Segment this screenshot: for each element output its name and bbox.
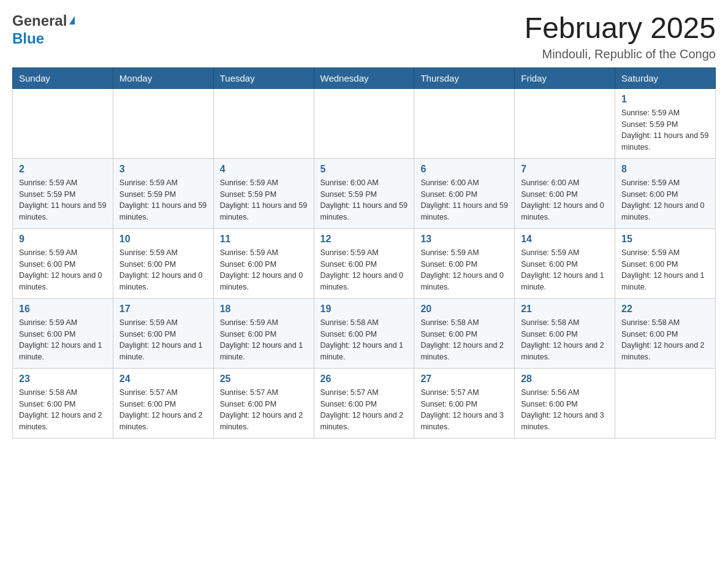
- calendar-day-header: Friday: [515, 67, 615, 88]
- day-number: 5: [320, 164, 408, 175]
- calendar-cell: 13Sunrise: 5:59 AMSunset: 6:00 PMDayligh…: [414, 228, 515, 298]
- calendar-day-header: Thursday: [414, 67, 515, 88]
- day-number: 4: [220, 164, 308, 175]
- calendar-cell: 20Sunrise: 5:58 AMSunset: 6:00 PMDayligh…: [414, 298, 515, 368]
- month-title: February 2025: [525, 12, 716, 45]
- day-info: Sunrise: 5:59 AMSunset: 5:59 PMDaylight:…: [119, 177, 207, 223]
- calendar-week-row: 23Sunrise: 5:58 AMSunset: 6:00 PMDayligh…: [13, 368, 716, 438]
- day-info: Sunrise: 5:59 AMSunset: 6:00 PMDaylight:…: [220, 317, 308, 363]
- day-number: 6: [420, 164, 508, 175]
- day-number: 12: [320, 234, 408, 245]
- calendar-cell: 5Sunrise: 6:00 AMSunset: 5:59 PMDaylight…: [314, 158, 414, 228]
- day-info: Sunrise: 5:59 AMSunset: 6:00 PMDaylight:…: [521, 247, 609, 293]
- calendar-cell: [13, 88, 113, 158]
- day-number: 28: [521, 373, 609, 385]
- page-header: General Blue February 2025 Mindouli, Rep…: [12, 12, 716, 61]
- logo-blue-text: Blue: [12, 30, 44, 47]
- calendar-cell: [113, 88, 213, 158]
- calendar-cell: [615, 368, 716, 438]
- calendar-cell: 22Sunrise: 5:58 AMSunset: 6:00 PMDayligh…: [615, 298, 716, 368]
- day-info: Sunrise: 5:59 AMSunset: 6:00 PMDaylight:…: [320, 247, 408, 293]
- day-number: 22: [621, 304, 709, 315]
- calendar-cell: [414, 88, 515, 158]
- calendar-cell: 21Sunrise: 5:58 AMSunset: 6:00 PMDayligh…: [515, 298, 615, 368]
- calendar-cell: [515, 88, 615, 158]
- day-info: Sunrise: 5:58 AMSunset: 6:00 PMDaylight:…: [621, 317, 709, 363]
- day-info: Sunrise: 5:59 AMSunset: 6:00 PMDaylight:…: [420, 247, 508, 293]
- day-info: Sunrise: 5:58 AMSunset: 6:00 PMDaylight:…: [521, 317, 609, 363]
- day-number: 23: [19, 373, 107, 385]
- day-info: Sunrise: 5:59 AMSunset: 6:00 PMDaylight:…: [119, 247, 207, 293]
- day-number: 1: [621, 94, 709, 105]
- day-number: 19: [320, 304, 408, 315]
- calendar-day-header: Sunday: [13, 67, 113, 88]
- calendar-cell: 28Sunrise: 5:56 AMSunset: 6:00 PMDayligh…: [515, 368, 615, 438]
- day-number: 13: [420, 234, 508, 245]
- day-number: 14: [521, 234, 609, 245]
- day-number: 26: [320, 373, 408, 385]
- calendar-cell: 9Sunrise: 5:59 AMSunset: 6:00 PMDaylight…: [13, 228, 113, 298]
- day-number: 3: [119, 164, 207, 175]
- day-number: 18: [220, 304, 308, 315]
- day-number: 2: [19, 164, 107, 175]
- day-number: 7: [521, 164, 609, 175]
- calendar-cell: 6Sunrise: 6:00 AMSunset: 6:00 PMDaylight…: [414, 158, 515, 228]
- day-number: 17: [119, 304, 207, 315]
- logo: General Blue: [12, 12, 75, 48]
- day-number: 21: [521, 304, 609, 315]
- calendar-cell: 14Sunrise: 5:59 AMSunset: 6:00 PMDayligh…: [515, 228, 615, 298]
- day-info: Sunrise: 5:59 AMSunset: 6:00 PMDaylight:…: [220, 247, 308, 293]
- calendar-cell: 3Sunrise: 5:59 AMSunset: 5:59 PMDaylight…: [113, 158, 213, 228]
- calendar-cell: 7Sunrise: 6:00 AMSunset: 6:00 PMDaylight…: [515, 158, 615, 228]
- day-number: 16: [19, 304, 107, 315]
- day-info: Sunrise: 5:58 AMSunset: 6:00 PMDaylight:…: [320, 317, 408, 363]
- day-number: 11: [220, 234, 308, 245]
- calendar-cell: 19Sunrise: 5:58 AMSunset: 6:00 PMDayligh…: [314, 298, 414, 368]
- calendar-cell: 25Sunrise: 5:57 AMSunset: 6:00 PMDayligh…: [213, 368, 314, 438]
- day-info: Sunrise: 5:59 AMSunset: 5:59 PMDaylight:…: [621, 107, 709, 153]
- day-info: Sunrise: 5:57 AMSunset: 6:00 PMDaylight:…: [119, 387, 207, 433]
- calendar-day-header: Wednesday: [314, 67, 414, 88]
- calendar-cell: 10Sunrise: 5:59 AMSunset: 6:00 PMDayligh…: [113, 228, 213, 298]
- calendar-header-row: SundayMondayTuesdayWednesdayThursdayFrid…: [13, 67, 716, 88]
- calendar-day-header: Monday: [113, 67, 213, 88]
- calendar-day-header: Saturday: [615, 67, 716, 88]
- calendar-week-row: 9Sunrise: 5:59 AMSunset: 6:00 PMDaylight…: [13, 228, 716, 298]
- calendar-cell: [213, 88, 314, 158]
- day-info: Sunrise: 5:59 AMSunset: 6:00 PMDaylight:…: [19, 317, 107, 363]
- calendar-cell: 1Sunrise: 5:59 AMSunset: 5:59 PMDaylight…: [615, 88, 716, 158]
- day-info: Sunrise: 5:57 AMSunset: 6:00 PMDaylight:…: [220, 387, 308, 433]
- day-info: Sunrise: 5:58 AMSunset: 6:00 PMDaylight:…: [19, 387, 107, 433]
- day-info: Sunrise: 6:00 AMSunset: 5:59 PMDaylight:…: [320, 177, 408, 223]
- logo-general-text: General: [12, 12, 67, 30]
- calendar-cell: 27Sunrise: 5:57 AMSunset: 6:00 PMDayligh…: [414, 368, 515, 438]
- day-number: 8: [621, 164, 709, 175]
- day-info: Sunrise: 5:59 AMSunset: 6:00 PMDaylight:…: [621, 247, 709, 293]
- day-info: Sunrise: 5:59 AMSunset: 5:59 PMDaylight:…: [220, 177, 308, 223]
- day-info: Sunrise: 6:00 AMSunset: 6:00 PMDaylight:…: [521, 177, 609, 223]
- calendar-cell: 15Sunrise: 5:59 AMSunset: 6:00 PMDayligh…: [615, 228, 716, 298]
- day-info: Sunrise: 5:56 AMSunset: 6:00 PMDaylight:…: [521, 387, 609, 433]
- calendar-cell: [314, 88, 414, 158]
- calendar-cell: 26Sunrise: 5:57 AMSunset: 6:00 PMDayligh…: [314, 368, 414, 438]
- calendar-week-row: 2Sunrise: 5:59 AMSunset: 5:59 PMDaylight…: [13, 158, 716, 228]
- day-number: 15: [621, 234, 709, 245]
- day-info: Sunrise: 5:58 AMSunset: 6:00 PMDaylight:…: [420, 317, 508, 363]
- day-info: Sunrise: 5:59 AMSunset: 6:00 PMDaylight:…: [621, 177, 709, 223]
- title-block: February 2025 Mindouli, Republic of the …: [525, 12, 716, 61]
- calendar-cell: 2Sunrise: 5:59 AMSunset: 5:59 PMDaylight…: [13, 158, 113, 228]
- calendar-cell: 11Sunrise: 5:59 AMSunset: 6:00 PMDayligh…: [213, 228, 314, 298]
- calendar-week-row: 1Sunrise: 5:59 AMSunset: 5:59 PMDaylight…: [13, 88, 716, 158]
- day-number: 25: [220, 373, 308, 385]
- calendar-cell: 23Sunrise: 5:58 AMSunset: 6:00 PMDayligh…: [13, 368, 113, 438]
- day-number: 24: [119, 373, 207, 385]
- location-text: Mindouli, Republic of the Congo: [525, 47, 716, 61]
- calendar-cell: 4Sunrise: 5:59 AMSunset: 5:59 PMDaylight…: [213, 158, 314, 228]
- day-number: 9: [19, 234, 107, 245]
- day-number: 20: [420, 304, 508, 315]
- day-info: Sunrise: 5:57 AMSunset: 6:00 PMDaylight:…: [420, 387, 508, 433]
- day-info: Sunrise: 6:00 AMSunset: 6:00 PMDaylight:…: [420, 177, 508, 223]
- calendar-cell: 18Sunrise: 5:59 AMSunset: 6:00 PMDayligh…: [213, 298, 314, 368]
- calendar-day-header: Tuesday: [213, 67, 314, 88]
- day-info: Sunrise: 5:59 AMSunset: 6:00 PMDaylight:…: [119, 317, 207, 363]
